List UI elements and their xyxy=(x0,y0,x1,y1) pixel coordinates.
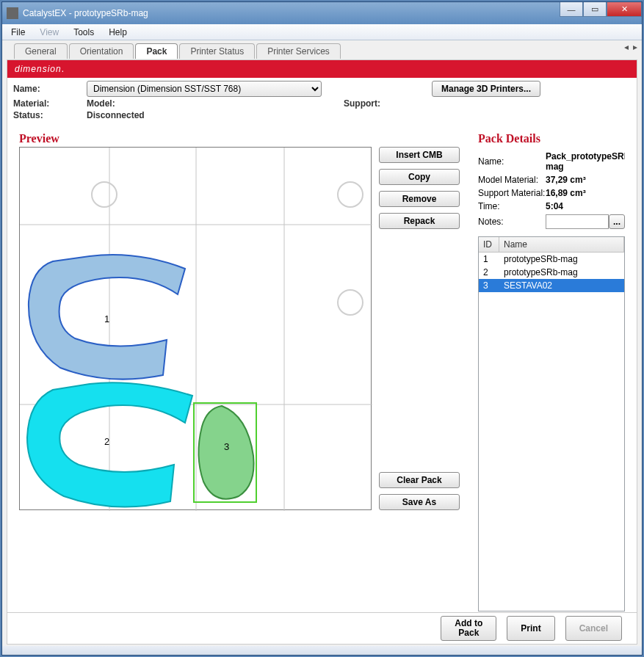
app-icon xyxy=(7,7,18,19)
pd-modelmat-label: Model Material: xyxy=(478,175,546,185)
copy-button[interactable]: Copy xyxy=(379,169,460,185)
tab-pack[interactable]: Pack xyxy=(135,43,178,59)
plate-svg: 1 2 3 xyxy=(20,148,372,511)
tab-scroll: ◂ ▸ xyxy=(624,42,637,52)
menu-view[interactable]: View xyxy=(34,26,65,39)
pd-notes-more-button[interactable]: ... xyxy=(609,214,625,229)
model-label: Model: xyxy=(87,98,344,109)
pd-notes-input[interactable] xyxy=(546,214,609,229)
menubar: File View Tools Help xyxy=(2,24,642,40)
printer-select[interactable]: Dimension (Dimension SST/SST 768) xyxy=(87,81,322,97)
maximize-button[interactable]: ▭ xyxy=(583,2,607,17)
plate-marker-icon xyxy=(92,182,117,207)
menu-tools[interactable]: Tools xyxy=(68,26,100,39)
tab-orientation[interactable]: Orientation xyxy=(69,43,134,59)
plate-marker-icon xyxy=(338,182,363,207)
manage-printers-button[interactable]: Manage 3D Printers... xyxy=(432,81,540,97)
packdetails-title: Pack Details xyxy=(478,132,625,145)
brand-band: dimension. xyxy=(7,60,637,78)
tab-printer-status[interactable]: Printer Status xyxy=(179,43,255,59)
part-3-label: 3 xyxy=(224,441,229,452)
tab-prev-icon[interactable]: ◂ xyxy=(624,42,629,52)
repack-button[interactable]: Repack xyxy=(379,213,460,229)
pd-notes-label: Notes: xyxy=(478,217,546,227)
statusbar xyxy=(2,646,642,655)
list-body[interactable]: 1 prototypeSRb-mag 2 prototypeSRb-mag 3 … xyxy=(479,253,624,611)
cancel-button[interactable]: Cancel xyxy=(565,616,622,641)
plate-grid xyxy=(20,148,372,511)
preview-buttons: Insert CMB Copy Remove Repack Clear Pack… xyxy=(379,147,460,510)
part-1[interactable]: 1 xyxy=(29,255,185,380)
save-as-button[interactable]: Save As xyxy=(379,494,460,510)
add-to-pack-button[interactable]: Add to Pack xyxy=(441,616,496,641)
part-1-label: 1 xyxy=(104,313,109,324)
list-header: ID Name xyxy=(479,237,624,253)
preview-pane: 1 2 3 xyxy=(19,147,463,510)
list-item[interactable]: 1 prototypeSRb-mag xyxy=(479,253,624,266)
left-column: Preview xyxy=(19,132,463,611)
parts-list: ID Name 1 prototypeSRb-mag 2 prototypeSR… xyxy=(478,236,625,611)
content-area: Preview xyxy=(19,132,625,611)
tab-printer-services[interactable]: Printer Services xyxy=(256,43,341,59)
app-body: dimension. Name: Dimension (Dimension SS… xyxy=(7,59,637,618)
window-controls: — ▭ ✕ xyxy=(560,2,642,17)
brand-text: dimension xyxy=(15,64,62,74)
tabbar: General Orientation Pack Printer Status … xyxy=(2,40,642,58)
pd-time-label: Time: xyxy=(478,201,546,211)
tab-general[interactable]: General xyxy=(14,43,68,59)
footer-bar: Add to Pack Print Cancel xyxy=(7,612,637,645)
menu-help[interactable]: Help xyxy=(103,26,133,39)
brand-dot-icon: . xyxy=(62,64,65,74)
tab-next-icon[interactable]: ▸ xyxy=(633,42,637,52)
pd-name-value: Pack_prototypeSRb-mag xyxy=(546,151,625,172)
pd-modelmat-value: 37,29 cm³ xyxy=(546,175,625,185)
status-label: Status: xyxy=(13,110,87,120)
list-item[interactable]: 2 prototypeSRb-mag xyxy=(479,266,624,279)
remove-button[interactable]: Remove xyxy=(379,191,460,207)
app-window: CatalystEX - prototypeSRb-mag — ▭ ✕ File… xyxy=(1,1,643,656)
list-item[interactable]: 3 SESTAVA02 xyxy=(479,279,624,292)
pd-time-value: 5:04 xyxy=(546,201,625,211)
menu-file[interactable]: File xyxy=(5,26,31,39)
print-button[interactable]: Print xyxy=(507,616,554,641)
clear-pack-button[interactable]: Clear Pack xyxy=(379,472,460,488)
part-2-label: 2 xyxy=(104,436,109,447)
close-button[interactable]: ✕ xyxy=(607,2,642,17)
right-column: Pack Details Name: Pack_prototypeSRb-mag… xyxy=(478,132,625,611)
preview-title: Preview xyxy=(19,132,463,145)
window-title: CatalystEX - prototypeSRb-mag xyxy=(23,8,148,18)
pd-name-label: Name: xyxy=(478,156,546,167)
status-value: Disconnected xyxy=(87,110,344,120)
support-label: Support: xyxy=(344,98,432,109)
insert-cmb-button[interactable]: Insert CMB xyxy=(379,147,460,163)
part-3[interactable]: 3 xyxy=(194,403,256,502)
packdetails-grid: Name: Pack_prototypeSRb-mag Model Materi… xyxy=(478,151,625,229)
col-name[interactable]: Name xyxy=(499,237,624,252)
pd-supportmat-label: Support Material: xyxy=(478,188,546,198)
plate-marker-icon xyxy=(338,290,363,315)
minimize-button[interactable]: — xyxy=(560,2,583,17)
pd-supportmat-value: 16,89 cm³ xyxy=(546,188,625,198)
build-plate[interactable]: 1 2 3 xyxy=(19,147,372,510)
titlebar[interactable]: CatalystEX - prototypeSRb-mag — ▭ ✕ xyxy=(2,2,642,24)
printer-info: Name: Dimension (Dimension SST/SST 768) … xyxy=(7,78,637,119)
col-id[interactable]: ID xyxy=(479,237,499,252)
material-label: Material: xyxy=(13,98,87,109)
name-label: Name: xyxy=(13,84,87,94)
